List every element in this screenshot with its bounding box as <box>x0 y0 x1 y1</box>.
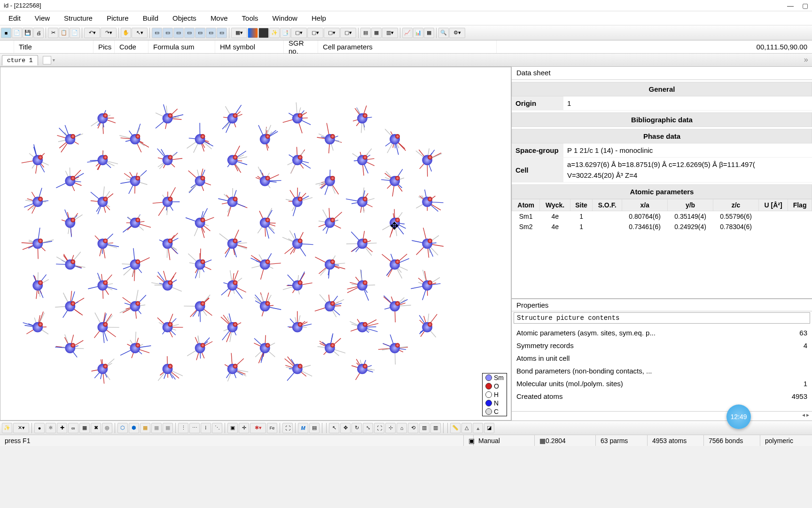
window-icon[interactable]: ▭ <box>152 28 162 38</box>
th-site[interactable]: Site <box>570 199 593 211</box>
th-yb[interactable]: y/b <box>668 199 713 211</box>
copy-icon[interactable]: 📋 <box>59 28 69 38</box>
list-item[interactable]: Atomic parameters (asym. sites, sym.eq. … <box>516 326 807 339</box>
window-icon[interactable]: ▭ <box>206 28 216 38</box>
tool-icon[interactable]: 💾 <box>23 28 33 38</box>
m-icon[interactable]: M <box>298 423 308 433</box>
properties-list[interactable]: Atomic parameters (asym. sites, sym.eq. … <box>512 325 812 411</box>
dots-icon[interactable]: ⁞ <box>201 423 211 433</box>
col-formula[interactable]: Formula sum <box>148 40 215 53</box>
menu-picture[interactable]: Picture <box>100 12 135 24</box>
chart-icon[interactable]: ▤ <box>309 423 320 433</box>
undo-icon[interactable]: ↶▾ <box>84 28 100 38</box>
move-icon[interactable]: ✥ <box>340 423 351 433</box>
stack-icon[interactable]: ▥ <box>419 423 429 433</box>
resize-icon[interactable]: ⤡ <box>363 423 373 433</box>
gear-icon[interactable]: ⚙▾ <box>449 28 465 38</box>
col-blank[interactable] <box>0 40 14 53</box>
layers-icon[interactable]: ▢▾ <box>307 28 323 38</box>
color-icon[interactable] <box>248 28 258 38</box>
menu-view[interactable]: View <box>28 12 56 24</box>
menu-help[interactable]: Help <box>305 12 333 24</box>
window-icon[interactable]: ▭ <box>163 28 173 38</box>
erase-icon[interactable]: ◪ <box>484 423 494 433</box>
col-hm[interactable]: HM symbol <box>215 40 284 53</box>
th-wyck[interactable]: Wyck. <box>540 199 570 211</box>
angle-icon[interactable]: △ <box>461 423 472 433</box>
target-icon[interactable]: ◎ <box>102 423 112 433</box>
tool-icon[interactable]: ✕▾ <box>13 423 29 433</box>
structure-canvas[interactable]: ✥ (function(){ const g=document.getEleme… <box>0 67 511 421</box>
menu-objects[interactable]: Objects <box>166 12 203 24</box>
chart-icon[interactable]: 📈 <box>402 28 413 38</box>
th-atom[interactable]: Atom <box>512 199 540 211</box>
tool-icon[interactable]: 📄 <box>12 28 22 38</box>
tool-icon[interactable]: ■ <box>1 28 11 38</box>
copy2-icon[interactable]: 📑 <box>280 28 290 38</box>
bond-icon[interactable]: ∞ <box>68 423 78 433</box>
th-xa[interactable]: x/a <box>622 199 668 211</box>
panel-icon[interactable]: ▤ <box>360 28 371 38</box>
ruler-icon[interactable]: 📏 <box>450 423 461 433</box>
add-icon[interactable]: ✚ <box>57 423 67 433</box>
axes-icon[interactable]: ✛ <box>239 423 249 433</box>
fe-icon[interactable]: Fe <box>267 423 277 433</box>
th-sof[interactable]: S.O.F. <box>593 199 622 211</box>
dots-icon[interactable]: ⋮ <box>178 423 188 433</box>
center-icon[interactable]: ⊹ <box>385 423 396 433</box>
menu-edit[interactable]: Edit <box>2 12 27 24</box>
th-flag[interactable]: Flag <box>788 199 812 211</box>
expand-icon[interactable]: ⛶ <box>282 423 293 433</box>
menu-structure[interactable]: Structure <box>57 12 99 24</box>
wand-icon[interactable]: ✨ <box>2 423 12 433</box>
picture-tab-active[interactable]: cture 1 <box>2 55 38 65</box>
window-icon[interactable]: ▭ <box>184 28 195 38</box>
stack-icon[interactable]: ▥ <box>430 423 441 433</box>
col-title[interactable]: Title <box>14 40 94 53</box>
tool-icon[interactable]: 🖨 <box>33 28 44 38</box>
list-item[interactable]: Atoms in unit cell <box>516 352 807 365</box>
grid-icon[interactable]: ▦▾ <box>231 28 247 38</box>
pointer-icon[interactable]: ↖▾ <box>132 28 148 38</box>
mesh-icon[interactable]: ▦ <box>151 423 162 433</box>
window-icon[interactable]: ▭ <box>217 28 227 38</box>
fit-icon[interactable]: ⛶ <box>374 423 384 433</box>
clock-badge[interactable]: 12:49 <box>726 405 751 429</box>
mesh-icon[interactable]: ▦ <box>140 423 150 433</box>
net-icon[interactable]: ✱▾ <box>250 423 266 433</box>
list-item[interactable]: Bond parameters (non-bonding contacts, .… <box>516 365 807 377</box>
globe-icon[interactable]: 🔍 <box>438 28 449 38</box>
menu-tools[interactable]: Tools <box>235 12 265 24</box>
dots-icon[interactable]: ⋯ <box>189 423 200 433</box>
list-item[interactable]: Symmetry records4 <box>516 339 807 352</box>
hex-icon[interactable]: ⬢ <box>129 423 139 433</box>
table-row[interactable]: Sm2 4e 1 0.73461(6) 0.24929(4) 0.78304(6… <box>512 222 812 232</box>
th-zc[interactable]: z/c <box>713 199 759 211</box>
collapse-icon[interactable]: » <box>804 56 808 64</box>
panel-icon[interactable]: ▦ <box>371 28 382 38</box>
new-icon[interactable]: ✨ <box>269 28 280 38</box>
cube-icon[interactable]: ▣ <box>227 423 238 433</box>
remove-icon[interactable]: ✖ <box>91 423 101 433</box>
col-cell[interactable]: Cell parameters <box>318 40 497 53</box>
atoms-icon[interactable]: ⚛ <box>46 423 56 433</box>
col-pics[interactable]: Pics <box>94 40 115 53</box>
datasheet-body[interactable]: General Origin 1 Bibliographic data Phas… <box>512 80 812 298</box>
minimize-button[interactable]: — <box>787 2 794 9</box>
col-code[interactable]: Code <box>115 40 148 53</box>
chart-icon[interactable]: 📊 <box>413 28 423 38</box>
hex-icon[interactable]: ⬡ <box>117 423 128 433</box>
home-icon[interactable]: ⌂ <box>397 423 407 433</box>
new-tab-icon[interactable] <box>43 56 51 64</box>
window-icon[interactable]: ▭ <box>195 28 205 38</box>
layers-icon[interactable]: ▢▾ <box>291 28 307 38</box>
menu-move[interactable]: Move <box>204 12 234 24</box>
maximize-button[interactable]: ▢ <box>802 2 808 9</box>
redo-icon[interactable]: ↷▾ <box>101 28 117 38</box>
th-u[interactable]: U [Å²] <box>758 199 788 211</box>
reset-icon[interactable]: ⟲ <box>408 423 418 433</box>
properties-nav[interactable]: ◂ ▸ <box>512 411 812 421</box>
atom-icon[interactable]: ● <box>34 423 45 433</box>
table-row[interactable]: Sm1 4e 1 0.80764(6) 0.35149(4) 0.55796(6… <box>512 211 812 222</box>
dots-icon[interactable]: ⋱ <box>212 423 222 433</box>
